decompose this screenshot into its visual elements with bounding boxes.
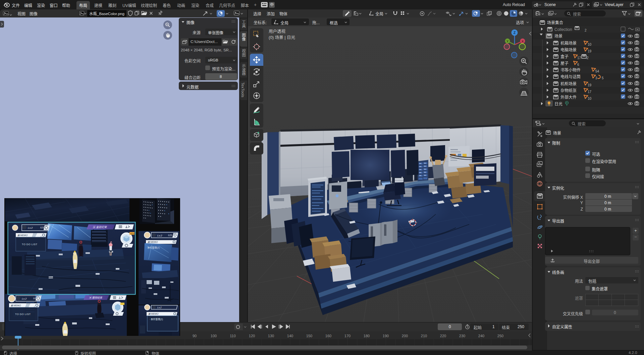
svg-text:Lv.2: Lv.2 bbox=[22, 297, 27, 300]
svg-text:屋子: 屋子 bbox=[560, 61, 569, 66]
svg-text:Collection: Collection bbox=[554, 27, 572, 32]
svg-text:120: 120 bbox=[249, 334, 255, 338]
svg-text:110: 110 bbox=[230, 334, 236, 338]
svg-text:200: 200 bbox=[402, 334, 408, 338]
svg-text:230: 230 bbox=[459, 334, 465, 338]
svg-text:▤ MEMO: ▤ MEMO bbox=[148, 241, 158, 243]
svg-text:▣ 金验纪束: ▣ 金验纪束 bbox=[93, 226, 107, 229]
svg-text:90: 90 bbox=[193, 334, 197, 338]
svg-text:X: X bbox=[522, 40, 524, 43]
svg-text:2: 2 bbox=[585, 29, 587, 32]
svg-text:盒子: 盒子 bbox=[560, 54, 569, 59]
svg-text:100: 100 bbox=[211, 334, 217, 338]
svg-text:Lv.2: Lv.2 bbox=[157, 234, 162, 237]
svg-text:625: 625 bbox=[168, 234, 172, 236]
svg-text:170: 170 bbox=[344, 334, 351, 338]
svg-text:140: 140 bbox=[287, 334, 293, 338]
svg-text:· 串件整理(2): · 串件整理(2) bbox=[146, 246, 160, 249]
svg-text:书等小物件: 书等小物件 bbox=[560, 68, 581, 73]
svg-text:6: 6 bbox=[577, 63, 579, 66]
svg-text:日光: 日光 bbox=[554, 102, 562, 106]
svg-text:杂物纸张: 杂物纸张 bbox=[560, 88, 577, 93]
svg-text:电线与话筒: 电线与话筒 bbox=[560, 74, 581, 79]
svg-text:NEW: NEW bbox=[130, 233, 135, 235]
svg-text:Lv.2: Lv.2 bbox=[157, 306, 162, 309]
svg-text:17: 17 bbox=[577, 56, 581, 60]
svg-text:19: 19 bbox=[588, 83, 592, 87]
svg-text:19: 19 bbox=[588, 49, 592, 53]
svg-text:▤ MEMO: ▤ MEMO bbox=[148, 313, 159, 315]
svg-text:17: 17 bbox=[588, 90, 592, 94]
svg-text:54: 54 bbox=[595, 70, 599, 73]
svg-text:150: 150 bbox=[306, 334, 312, 338]
svg-text:160: 160 bbox=[325, 334, 331, 338]
svg-text:Lv.2: Lv.2 bbox=[28, 226, 33, 229]
svg-text:3: 3 bbox=[595, 76, 597, 80]
svg-text:625: 625 bbox=[40, 226, 44, 229]
svg-text:Y: Y bbox=[506, 40, 508, 43]
svg-text:TO DO LIST: TO DO LIST bbox=[22, 243, 38, 246]
svg-text:机柜场景: 机柜场景 bbox=[560, 82, 577, 86]
svg-text:TO DO LIST: TO DO LIST bbox=[15, 313, 31, 316]
svg-text:电脑场景: 电脑场景 bbox=[560, 48, 577, 52]
svg-text:220: 220 bbox=[440, 334, 446, 338]
svg-text:外部大件: 外部大件 bbox=[560, 95, 577, 100]
svg-text:2: 2 bbox=[587, 56, 589, 60]
svg-text:5: 5 bbox=[602, 76, 604, 80]
svg-text:180: 180 bbox=[364, 334, 370, 338]
svg-text:▤ MEMO: ▤ MEMO bbox=[17, 234, 28, 236]
svg-text:机箱场景: 机箱场景 bbox=[560, 41, 577, 46]
svg-text:场景: 场景 bbox=[554, 34, 562, 39]
svg-text:Z: Z bbox=[514, 31, 516, 35]
svg-text:250: 250 bbox=[497, 334, 503, 338]
svg-text:▣ 暮邢结束: ▣ 暮邢结束 bbox=[89, 296, 103, 299]
svg-text:190: 190 bbox=[383, 334, 389, 338]
svg-text:场景集合: 场景集合 bbox=[547, 20, 563, 25]
svg-text:10: 10 bbox=[588, 43, 592, 46]
svg-text:240: 240 bbox=[478, 334, 484, 338]
svg-text:10: 10 bbox=[588, 97, 592, 100]
svg-text:130: 130 bbox=[268, 334, 274, 338]
svg-text:· 串件整理(2): · 串件整理(2) bbox=[149, 318, 163, 321]
svg-text:▤ MEMO: ▤ MEMO bbox=[11, 304, 21, 307]
svg-text:210: 210 bbox=[421, 334, 427, 338]
